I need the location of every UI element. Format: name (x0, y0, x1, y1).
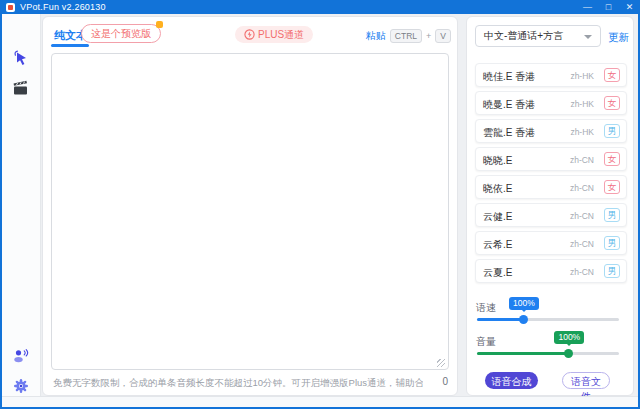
window-controls: — □ ✕ (577, 0, 640, 14)
chevron-down-icon (584, 35, 592, 43)
paste-shortcut[interactable]: 粘贴 CTRL + V (366, 29, 451, 43)
voice-row[interactable]: 云健.E zh-CN 男 (475, 203, 627, 227)
content-area: 纯文本 这是个预览版 PLUS通道 粘贴 CTRL + V (2, 14, 638, 407)
language-select[interactable]: 中文-普通话+方言 (475, 25, 601, 47)
kbd-plus-sign: + (426, 31, 431, 41)
clapperboard-icon[interactable] (13, 80, 29, 96)
text-input-area[interactable] (51, 53, 449, 370)
minimize-button[interactable]: — (577, 0, 598, 14)
voice-name: 雲龍.E 香港 (483, 126, 535, 140)
gender-badge: 男 (604, 208, 620, 222)
language-select-value: 中文-普通话+方言 (484, 29, 563, 43)
voice-lang: zh-CN (570, 267, 594, 277)
gender-badge: 男 (604, 124, 620, 138)
char-count: 0 (442, 376, 448, 387)
maximize-button[interactable]: □ (598, 0, 619, 14)
voice-row[interactable]: 曉曼.E 香港 zh-HK 女 (475, 91, 627, 115)
volume-slider[interactable]: 100% (477, 329, 619, 355)
volume-value-badge: 100% (554, 331, 584, 344)
voice-name: 云健.E (483, 210, 512, 224)
plus-bolt-icon (244, 29, 255, 40)
textarea-resize-handle[interactable] (437, 359, 445, 367)
update-link[interactable]: 更新 (608, 31, 629, 45)
speed-slider-fill (477, 318, 524, 321)
tab-preview-version[interactable]: 这是个预览版 (81, 24, 161, 43)
kbd-ctrl: CTRL (390, 29, 422, 43)
free-limit-note: 免费无字数限制，合成的单条音频长度不能超过10分钟。可开启增强版Plus通道，辅… (53, 377, 423, 390)
app-logo-icon (6, 3, 15, 12)
voice-row[interactable]: 晓晓.E zh-CN 女 (475, 147, 627, 171)
voice-lang: zh-CN (570, 183, 594, 193)
voice-name: 晓晓.E (483, 154, 512, 168)
preview-notification-badge (156, 21, 163, 28)
voice-lang: zh-HK (570, 71, 594, 81)
gender-badge: 女 (604, 152, 620, 166)
voice-name: 晓依.E (483, 182, 512, 196)
voice-lang: zh-HK (570, 127, 594, 137)
voice-name: 云夏.E (483, 266, 512, 280)
left-sidebar (2, 14, 41, 396)
settings-gear-icon[interactable] (13, 378, 29, 394)
synthesize-button[interactable]: 语音合成 (485, 372, 538, 389)
voice-name: 云希.E (483, 238, 512, 252)
voice-row[interactable]: 云夏.E zh-CN 男 (475, 259, 627, 283)
voice-row[interactable]: 云希.E zh-CN 男 (475, 231, 627, 255)
voice-speaker-icon[interactable] (13, 348, 29, 364)
voice-lang: zh-CN (570, 155, 594, 165)
voice-panel: 中文-普通话+方言 更新 曉佳.E 香港 zh-HK 女 曉曼.E 香港 zh-… (466, 16, 634, 396)
audio-file-button[interactable]: 语音文件 (562, 372, 610, 389)
voice-name: 曉佳.E 香港 (483, 70, 535, 84)
voice-lang: zh-CN (570, 239, 594, 249)
gender-badge: 女 (604, 96, 620, 110)
cursor-icon[interactable] (13, 50, 29, 66)
voice-name: 曉曼.E 香港 (483, 98, 535, 112)
window-title: VPot.Fun v2.260130 (20, 2, 106, 12)
voice-lang: zh-HK (570, 99, 594, 109)
voice-row[interactable]: 曉佳.E 香港 zh-HK 女 (475, 63, 627, 87)
title-bar: VPot.Fun v2.260130 — □ ✕ (0, 0, 640, 14)
voice-lang: zh-CN (570, 211, 594, 221)
active-tab-underline (51, 44, 89, 47)
editor-panel: 纯文本 这是个预览版 PLUS通道 粘贴 CTRL + V (42, 16, 458, 396)
speed-value-badge: 100% (509, 297, 539, 310)
plus-channel-button[interactable]: PLUS通道 (235, 26, 313, 43)
gender-badge: 男 (604, 264, 620, 278)
speed-slider-thumb[interactable] (519, 315, 528, 324)
gender-badge: 女 (604, 180, 620, 194)
plus-channel-label: PLUS通道 (258, 28, 304, 42)
paste-label: 粘贴 (366, 29, 386, 43)
close-button[interactable]: ✕ (619, 0, 640, 14)
window-bottom-strip (2, 396, 638, 407)
speed-slider[interactable]: 100% (477, 295, 619, 321)
volume-slider-thumb[interactable] (564, 349, 573, 358)
volume-slider-fill (477, 352, 569, 355)
voice-row[interactable]: 晓依.E zh-CN 女 (475, 175, 627, 199)
gender-badge: 女 (604, 68, 620, 82)
kbd-v: V (435, 29, 451, 43)
voice-row[interactable]: 雲龍.E 香港 zh-HK 男 (475, 119, 627, 143)
tab-preview-label: 这是个预览版 (91, 28, 151, 39)
gender-badge: 男 (604, 236, 620, 250)
app-window: VPot.Fun v2.260130 — □ ✕ (0, 0, 640, 409)
